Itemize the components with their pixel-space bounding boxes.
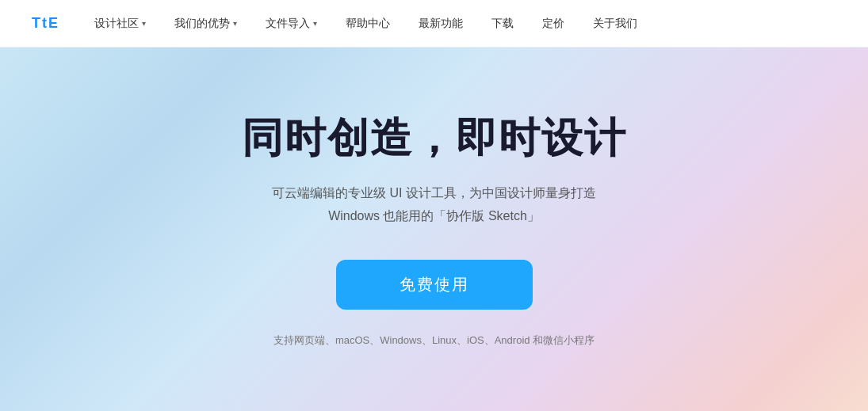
cta-button[interactable]: 免费使用 — [336, 260, 533, 310]
chevron-down-icon: ▾ — [233, 19, 237, 28]
nav-label: 文件导入 — [266, 17, 310, 31]
nav-item-download[interactable]: 下载 — [480, 12, 525, 36]
nav-item-new-features[interactable]: 最新功能 — [407, 12, 474, 36]
nav-label: 我们的优势 — [174, 17, 230, 31]
nav-label: 下载 — [491, 17, 514, 31]
hero-subtitle-line2: Windows 也能用的「协作版 Sketch」 — [328, 209, 540, 223]
nav-item-design-community[interactable]: 设计社区 ▾ — [83, 12, 157, 36]
hero-subtitle: 可云端编辑的专业级 UI 设计工具，为中国设计师量身打造 Windows 也能用… — [272, 182, 596, 228]
hero-title: 同时创造，即时设计 — [242, 111, 627, 166]
nav-label: 设计社区 — [94, 17, 139, 31]
nav-item-advantages[interactable]: 我们的优势 ▾ — [163, 12, 248, 36]
nav-label: 关于我们 — [593, 17, 637, 31]
logo[interactable]: TtE — [32, 15, 59, 32]
navbar: TtE 设计社区 ▾ 我们的优势 ▾ 文件导入 ▾ 帮助中心 最新功能 下载 定… — [0, 0, 868, 48]
hero-section: 同时创造，即时设计 可云端编辑的专业级 UI 设计工具，为中国设计师量身打造 W… — [0, 48, 868, 411]
platforms-text: 支持网页端、macOS、Windows、Linux、iOS、Android 和微… — [273, 333, 595, 348]
chevron-down-icon: ▾ — [313, 19, 317, 28]
nav-item-about[interactable]: 关于我们 — [582, 12, 648, 36]
nav-item-pricing[interactable]: 定价 — [531, 12, 575, 36]
nav-label: 定价 — [542, 17, 564, 31]
nav-label: 最新功能 — [419, 17, 463, 31]
nav-item-help-center[interactable]: 帮助中心 — [335, 12, 401, 36]
nav-item-file-import[interactable]: 文件导入 ▾ — [254, 12, 328, 36]
hero-subtitle-line1: 可云端编辑的专业级 UI 设计工具，为中国设计师量身打造 — [272, 186, 596, 200]
nav-items: 设计社区 ▾ 我们的优势 ▾ 文件导入 ▾ 帮助中心 最新功能 下载 定价 关于… — [83, 12, 648, 36]
chevron-down-icon: ▾ — [142, 19, 146, 28]
nav-label: 帮助中心 — [346, 17, 390, 31]
